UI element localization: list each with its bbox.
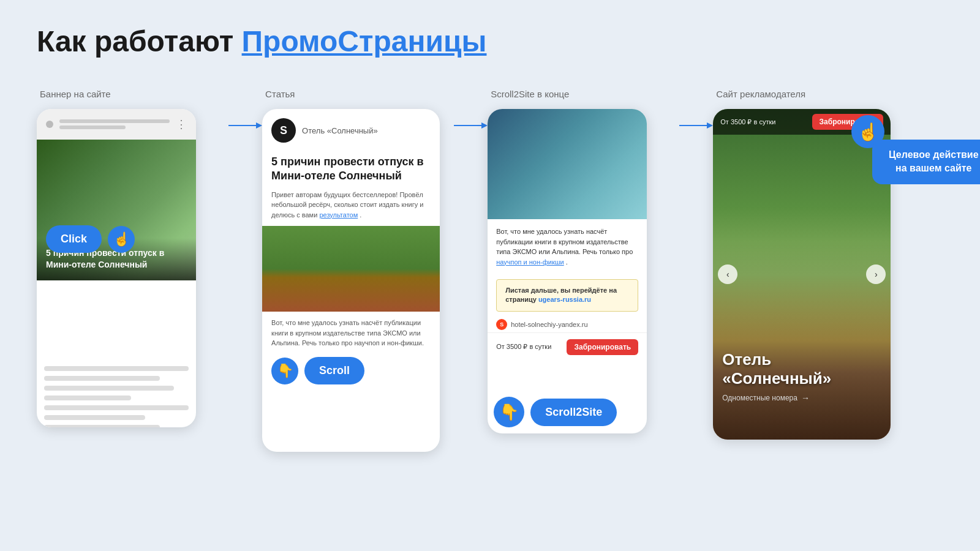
gray-line	[44, 415, 145, 420]
article-body2: Вот, что мне удалось узнать насчёт публи…	[262, 312, 440, 354]
article-img-house	[262, 226, 440, 312]
step-scroll2site-label: Scroll2Site в конце	[488, 89, 569, 99]
scroll-button[interactable]: Scroll	[304, 357, 364, 384]
gray-line	[44, 386, 174, 391]
phone2: S Отель «Солнечный» 5 причин провести от…	[262, 109, 440, 452]
article-avatar: S	[271, 118, 296, 143]
scroll-hand-icon: 👇	[271, 358, 298, 384]
connector-line-2	[454, 122, 488, 129]
phone1-content	[37, 360, 196, 427]
scroll2site-label: Scroll2Site	[545, 406, 602, 419]
phone1-lines	[59, 119, 170, 129]
phone1-menu-icon: ⋮	[176, 118, 187, 131]
steps-container: Баннер на сайте ⋮	[37, 89, 943, 452]
gray-line	[44, 376, 160, 381]
phone3-branding-logo: S	[496, 319, 507, 330]
phone4-next-button[interactable]: ›	[866, 264, 886, 284]
phone1-line2	[59, 126, 126, 129]
phone3-image	[488, 109, 647, 219]
phone1-line1	[59, 119, 170, 123]
phone3-book-button[interactable]: Забронировать	[567, 339, 638, 355]
phone1-dot	[46, 121, 53, 128]
step-scroll2site: Scroll2Site в конце Вот, что мне удалось…	[488, 89, 679, 433]
connector-line-3	[679, 122, 713, 129]
click-hand-icon: ☝️	[108, 226, 135, 253]
phone3-branding-text: hotel-solnechiy-yandex.ru	[511, 321, 587, 328]
phone4-prev-button[interactable]: ‹	[718, 264, 737, 284]
step-banner-label: Баннер на сайте	[37, 89, 111, 99]
article-hotel-name: Отель «Солнечный»	[302, 126, 378, 135]
phone4-wrapper: От 3500 ₽ в сутки Забронировать ☝️ ‹ › О…	[713, 109, 891, 440]
phone4-nav: ‹ ›	[713, 264, 891, 284]
phone3-wrapper: Вот, что мне удалось узнать насчёт публи…	[488, 109, 647, 433]
connector-arrow-3	[707, 122, 713, 129]
phone3-scroll-btns: 👇 Scroll2Site	[494, 397, 617, 427]
scroll-label: Scroll	[319, 364, 350, 377]
scroll2site-hand-icon: 👇	[494, 397, 524, 427]
article-body-link[interactable]: результатом	[319, 211, 358, 219]
phone4-text-overlay: Отель «Солнечный» Одноместные номера →	[722, 350, 881, 403]
article-image	[262, 226, 440, 312]
connector-arrow-1	[256, 122, 262, 129]
phone1-top-bar: ⋮	[37, 109, 196, 140]
connector-3	[679, 89, 713, 129]
title-main: Как работают	[37, 25, 242, 58]
gray-line	[44, 366, 189, 371]
phone3-body-text: Вот, что мне удалось узнать насчёт публи…	[496, 227, 638, 267]
phone1: ⋮ 5 причин провести отпуск в Мини-отеле …	[37, 109, 196, 427]
phone3-scroll-banner: Листая дальше, вы перейдёте на страницу …	[496, 279, 638, 312]
gray-line	[44, 395, 131, 400]
phone3-price: От 3500 ₽ в сутки	[496, 343, 551, 351]
phone3-bottom-bar: От 3500 ₽ в сутки Забронировать	[488, 332, 647, 361]
promo-link[interactable]: ПромоСтраницы	[242, 25, 487, 58]
phone4-subtitle: Одноместные номера →	[722, 393, 881, 403]
connector-1	[228, 89, 262, 129]
phone3-branding: S hotel-solnechiy-yandex.ru	[488, 317, 647, 332]
step-article-phone-row: S Отель «Солнечный» 5 причин провести от…	[262, 109, 454, 452]
step-scroll2site-phone-row: Вот, что мне удалось узнать насчёт публи…	[488, 109, 679, 433]
phone3-body-link[interactable]: научпоп и нон-фикши	[496, 258, 564, 266]
connector-line-1	[228, 122, 262, 129]
step-advertiser-phone-row: От 3500 ₽ в сутки Забронировать ☝️ ‹ › О…	[713, 109, 943, 440]
step-advertiser: Сайт рекламодателя От 3500 ₽ в сутки Заб…	[713, 89, 943, 440]
phone3-scroll-banner-link[interactable]: ugears-russia.ru	[538, 296, 591, 303]
step-banner-phone-row: ⋮ 5 причин провести отпуск в Мини-отеле …	[37, 109, 228, 427]
click-button[interactable]: Click	[46, 225, 102, 253]
page-title: Как работают ПромоСтраницы	[37, 24, 943, 58]
phone4-arrow-icon: →	[801, 393, 810, 403]
phone4-callout: Целевое действие на вашем сайте	[872, 140, 980, 184]
gray-line	[44, 425, 160, 427]
phone3: Вот, что мне удалось узнать насчёт публи…	[488, 109, 647, 433]
phone1-wrapper: ⋮ 5 причин провести отпуск в Мини-отеле …	[37, 109, 196, 427]
phone3-scroll-banner-text: Листая дальше, вы перейдёте на страницу …	[505, 286, 629, 305]
phone2-scroll-btns: 👇 Scroll	[271, 357, 364, 384]
connector-arrow-2	[481, 122, 488, 129]
connector-2	[454, 89, 488, 129]
connector-line-inner-3	[679, 125, 707, 126]
phone4: От 3500 ₽ в сутки Забронировать ☝️ ‹ › О…	[713, 109, 891, 440]
article-body: Привет авторам будущих бестселлеров! Про…	[262, 190, 440, 227]
step-article: Статья S Отель «Солнечный» 5 причин пров…	[262, 89, 454, 452]
phone4-price: От 3500 ₽ в сутки	[720, 118, 775, 126]
phone1-banner-image: 5 причин провести отпуск в Мини-отеле Со…	[37, 140, 196, 280]
phone3-text-section: Вот, что мне удалось узнать насчёт публи…	[488, 219, 647, 279]
step-advertiser-label: Сайт рекламодателя	[713, 89, 805, 99]
step-article-label: Статья	[262, 89, 295, 99]
gray-line	[44, 405, 189, 410]
phone2-wrapper: S Отель «Солнечный» 5 причин провести от…	[262, 109, 440, 452]
phone1-actions: Click ☝️	[46, 225, 135, 253]
connector-line-inner-2	[454, 125, 481, 126]
connector-line-inner-1	[228, 125, 256, 126]
scroll2site-button[interactable]: Scroll2Site	[530, 399, 617, 426]
phone2-header: S Отель «Солнечный»	[262, 109, 440, 152]
click-label: Click	[61, 233, 87, 246]
step-banner: Баннер на сайте ⋮	[37, 89, 228, 427]
phone4-hotel-name: Отель «Солнечный»	[722, 350, 881, 388]
article-heading: 5 причин провести отпуск в Мини-отеле Со…	[262, 152, 440, 190]
